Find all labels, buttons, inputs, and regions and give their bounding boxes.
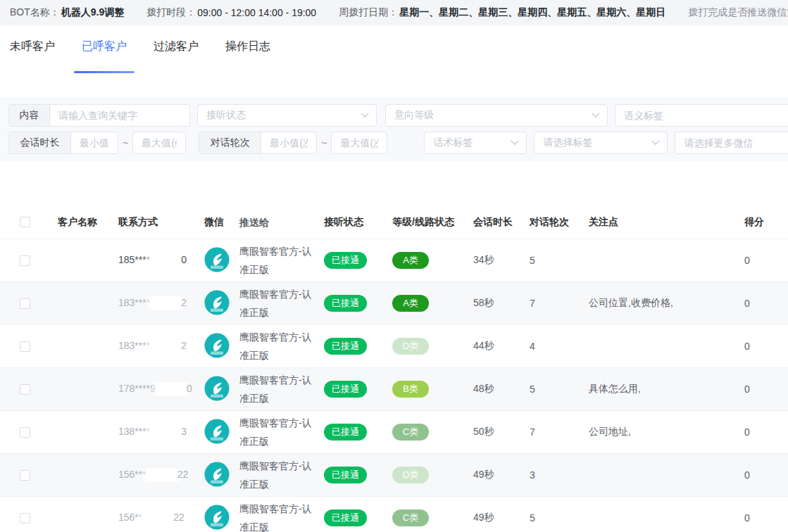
- level-badge: C类: [392, 424, 429, 441]
- cell-score: 0: [732, 341, 788, 352]
- row-checkbox[interactable]: [20, 427, 30, 438]
- cell-focus-points: 公司地址,: [584, 426, 732, 438]
- row-checkbox[interactable]: [20, 470, 30, 481]
- row-checkbox[interactable]: [20, 255, 30, 266]
- level-badge: A类: [392, 295, 429, 312]
- phone-blur-mask: [151, 296, 180, 310]
- cell-phone: 138****3: [113, 425, 201, 439]
- cell-session-duration: 44秒: [468, 340, 525, 353]
- cell-score: 0: [732, 298, 788, 309]
- answer-status-badge: 已接通: [324, 338, 367, 355]
- row-checkbox[interactable]: [20, 513, 30, 524]
- content-keyword-input[interactable]: [50, 105, 189, 126]
- filter-panel: 内容 接听状态 意向等级 会话时长 ~: [0, 97, 788, 161]
- answer-status-badge: 已接通: [324, 467, 367, 483]
- phone-blur-mask: [151, 339, 180, 353]
- cell-phone: 183****2: [113, 339, 201, 353]
- bot-name-group: BOT名称： 机器人9.9调整: [10, 6, 124, 19]
- bot-info-bar: BOT名称： 机器人9.9调整 拨打时段： 09:00 - 12:00 14:0…: [0, 0, 788, 25]
- chevron-down-icon: [592, 110, 599, 118]
- col-push-to: 推送给: [236, 213, 319, 232]
- col-score: 得分: [732, 216, 788, 229]
- phone-blur-mask: [151, 425, 180, 439]
- table-body: 185****0 鹰眼智客官方-认准正版 已接通 A类 34秒 5 0 183*…: [0, 239, 788, 532]
- answer-status-badge: 已接通: [324, 295, 367, 312]
- dialog-rounds-filter: 对话轮次: [199, 132, 317, 154]
- cell-phone: 156***22: [113, 468, 201, 482]
- tab-bar: 未呼客户 已呼客户 过滤客户 操作日志: [0, 25, 788, 83]
- cell-push-to: 鹰眼智客官方-认准正版: [236, 285, 319, 322]
- push-wechat-group: 拨打完成是否推送微信消: [688, 6, 788, 19]
- table-row: 178****90 鹰眼智客官方-认准正版 已接通 B类 48秒 5 具体怎么用…: [0, 367, 788, 410]
- cell-dialog-rounds: 7: [525, 298, 584, 309]
- cell-dialog-rounds: 3: [525, 469, 584, 481]
- intent-level-select[interactable]: 意向等级: [385, 104, 608, 127]
- answer-status-badge: 已接通: [324, 252, 367, 269]
- intent-level-placeholder: 意向等级: [394, 109, 434, 122]
- table-row: 156***22 鹰眼智客官方-认准正版 已接通 D类 49秒 3 0: [0, 453, 788, 496]
- cell-score: 0: [732, 255, 788, 266]
- col-answer-status: 接听状态: [320, 216, 384, 229]
- session-duration-label: 会话时长: [9, 132, 71, 153]
- answer-status-select[interactable]: 接听状态: [197, 104, 377, 127]
- push-wechat-label: 拨打完成是否推送微信消: [688, 6, 788, 19]
- wechat-avatar-icon: [204, 419, 230, 444]
- row-checkbox[interactable]: [20, 298, 30, 309]
- level-badge: D类: [392, 338, 429, 355]
- answer-status-placeholder: 接听状态: [206, 109, 246, 122]
- weekday-value: 星期一、星期二、星期三、星期四、星期五、星期六、星期日: [399, 6, 665, 19]
- duration-max-box: [132, 132, 186, 154]
- weekday-group: 周拨打日期： 星期一、星期二、星期三、星期四、星期五、星期六、星期日: [339, 6, 665, 19]
- cell-dialog-rounds: 5: [525, 512, 584, 524]
- level-badge: B类: [392, 381, 429, 398]
- more-wechat-input[interactable]: [675, 132, 788, 153]
- duration-min-input[interactable]: [71, 132, 118, 153]
- row-checkbox[interactable]: [20, 341, 30, 352]
- tab-operation-log[interactable]: 操作日志: [225, 39, 270, 83]
- cell-phone: 156**22: [113, 511, 201, 525]
- select-tag-select[interactable]: 请选择标签: [534, 132, 668, 154]
- table-header-row: 客户名称 联系方式 微信 推送给 接听状态 等级/线路状态 会话时长 对话轮次 …: [0, 205, 788, 239]
- content-filter: 内容: [8, 104, 190, 127]
- answer-status-badge: 已接通: [324, 509, 367, 526]
- cell-dialog-rounds: 5: [525, 255, 584, 266]
- cell-push-to: 鹰眼智客官方-认准正版: [236, 414, 319, 450]
- phone-blur-mask: [151, 253, 180, 267]
- session-duration-filter: 会话时长: [8, 132, 118, 154]
- chevron-down-icon: [361, 110, 368, 118]
- cell-session-duration: 49秒: [468, 512, 525, 524]
- tab-filtered-customers[interactable]: 过滤客户: [154, 39, 199, 83]
- rounds-min-input[interactable]: [261, 132, 316, 153]
- col-session-duration: 会话时长: [468, 216, 525, 229]
- cell-session-duration: 50秒: [468, 426, 525, 438]
- script-tag-placeholder: 话术标签: [433, 137, 473, 149]
- table-row: 185****0 鹰眼智客官方-认准正版 已接通 A类 34秒 5 0: [0, 239, 788, 281]
- row-checkbox[interactable]: [20, 384, 30, 395]
- tab-uncalled-customers[interactable]: 未呼客户: [10, 39, 55, 83]
- duration-max-input[interactable]: [133, 132, 185, 153]
- duration-range-separator: ~: [123, 137, 128, 148]
- table-row: 156**22 鹰眼智客官方-认准正版 已接通 C类 49秒 5 0: [0, 496, 788, 532]
- cell-score: 0: [732, 384, 788, 395]
- chevron-down-icon: [511, 137, 519, 145]
- cell-session-duration: 49秒: [468, 469, 525, 481]
- col-focus-points: 关注点: [584, 216, 732, 229]
- col-contact: 联系方式: [113, 216, 201, 229]
- cell-score: 0: [732, 469, 788, 481]
- semantic-tag-input[interactable]: [615, 105, 788, 126]
- cell-session-duration: 34秒: [468, 254, 525, 267]
- called-customers-table: 客户名称 联系方式 微信 推送给 接听状态 等级/线路状态 会话时长 对话轮次 …: [0, 205, 788, 532]
- cell-dialog-rounds: 7: [525, 426, 584, 438]
- rounds-max-input[interactable]: [332, 132, 387, 153]
- wechat-avatar-icon: [204, 290, 230, 315]
- script-tag-select[interactable]: 话术标签: [424, 132, 527, 154]
- phone-blur-mask: [143, 511, 173, 525]
- tab-called-customers[interactable]: 已呼客户: [82, 39, 127, 83]
- filter-row-1: 内容 接听状态 意向等级: [8, 104, 788, 127]
- app-window: BOT名称： 机器人9.9调整 拨打时段： 09:00 - 12:00 14:0…: [0, 0, 788, 532]
- semantic-tag-filter: [615, 104, 788, 127]
- select-all-checkbox[interactable]: [20, 217, 30, 227]
- cell-push-to: 鹰眼智客官方-认准正版: [236, 371, 319, 407]
- weekday-label: 周拨打日期：: [339, 6, 398, 19]
- col-wechat: 微信: [201, 216, 236, 229]
